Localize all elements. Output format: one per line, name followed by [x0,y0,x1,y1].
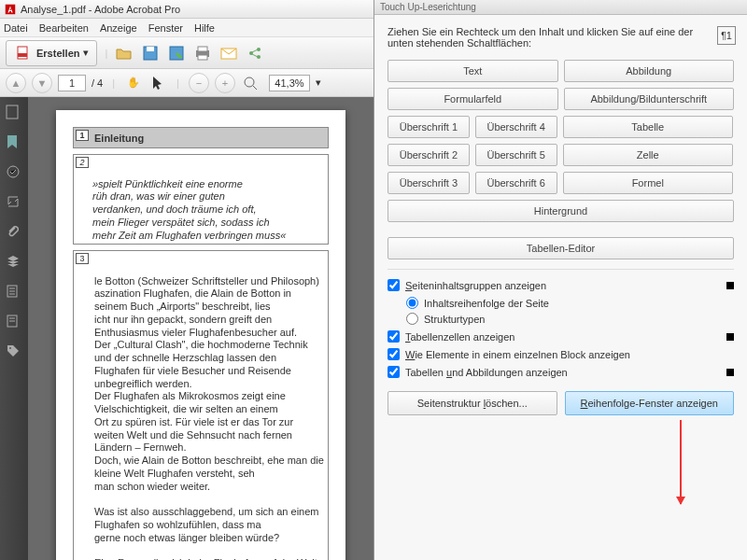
panel-instruction: Ziehen Sie ein Rechteck um den Inhalt un… [388,26,734,49]
reading-order-icon[interactable]: ¶1 [717,26,736,45]
document-viewport[interactable]: 1 Einleitung 2 »spielt Pünktlichkeit ein… [28,97,374,560]
btn-formfield[interactable]: Formularfeld [388,88,558,110]
checkbox[interactable] [388,330,400,343]
btn-figure-caption[interactable]: Abbildung/Bildunterschrift [564,88,735,110]
check-tables-figures[interactable]: Tabellen und Abbildungen anzeigenTabelle… [388,366,734,378]
zoom-in-button[interactable]: + [215,73,235,93]
tag-region-2[interactable]: 2 »spielt Pünktlichkeit eine enorme rüh … [73,154,329,245]
share-icon[interactable] [246,44,264,63]
pdf-icon [14,44,33,63]
btn-h5[interactable]: Überschrift 5 [475,144,557,166]
tag-number: 2 [76,157,89,168]
zoom-level[interactable]: 41,3% [269,75,310,91]
acrobat-logo-icon [4,3,17,16]
tag-number: 1 [76,130,89,141]
toolbar-nav: ▲ ▼ / 4 | ✋ | − + 41,3%▾ [0,69,374,97]
menu-file[interactable]: Datei [4,22,28,34]
check-single-block[interactable]: Wie Elemente in einem einzelnen Block an… [388,348,734,360]
svg-rect-7 [198,55,207,60]
checkbox[interactable] [388,279,400,291]
svg-rect-3 [147,47,154,51]
tag-region-3[interactable]: 3 le Botton (Schweizer Schriftsteller un… [73,250,329,560]
svg-point-17 [9,347,11,349]
btn-h1[interactable]: Überschrift 1 [388,116,470,138]
btn-text[interactable]: Text [388,60,558,82]
open-icon[interactable] [115,44,134,63]
btn-h6[interactable]: Überschrift 6 [475,172,557,194]
signatures-icon[interactable] [6,164,22,181]
btn-cell[interactable]: Zelle [563,144,734,166]
page-number-input[interactable] [58,75,86,91]
attachments-icon[interactable] [6,224,22,241]
btn-figure[interactable]: Abbildung [564,60,735,82]
radio[interactable] [406,297,418,309]
window-title: Analyse_1.pdf - Adobe Acrobat Pro [21,4,180,15]
menu-window[interactable]: Fenster [148,22,183,34]
panel-title: Touch Up-Leserichtung [374,0,747,15]
tag-number: 3 [76,253,89,264]
zoom-out-button[interactable]: − [189,73,209,93]
print-icon[interactable] [193,44,212,63]
page-up-button[interactable]: ▲ [6,73,26,93]
thumbnails-icon[interactable] [6,105,22,121]
page-total: / 4 [92,77,103,89]
color-swatch[interactable] [726,282,734,289]
menu-edit[interactable]: Bearbeiten [39,22,89,34]
color-swatch[interactable] [726,369,734,376]
chevron-down-icon: ▾ [83,47,89,59]
articles-icon[interactable] [6,284,22,301]
pdf-page: 1 Einleitung 2 »spielt Pünktlichkeit ein… [56,110,345,560]
btn-formula[interactable]: Formel [563,172,734,194]
btn-background[interactable]: Hintergrund [388,200,734,222]
layers-icon[interactable] [6,254,22,271]
menu-help[interactable]: Hilfe [194,22,215,34]
check-table-cells[interactable]: Tabellenzellen anzeigenTabellenzellen an… [388,330,734,343]
annotation-arrow [680,420,682,504]
page-down-button[interactable]: ▼ [32,73,52,93]
checkbox[interactable] [388,366,400,378]
hand-tool-icon[interactable]: ✋ [124,74,143,92]
heading-text: Einleitung [94,133,144,144]
menu-view[interactable]: Anzeige [100,22,137,34]
save-icon[interactable] [141,44,160,63]
check-content-groups[interactable]: SSeiteninhaltsgruppen anzeigeneiteninhal… [388,279,734,291]
acrobat-window: Analyse_1.pdf - Adobe Acrobat Pro Datei … [0,0,374,560]
side-panel [0,97,28,560]
toolbar-main: Erstellen ▾ | [0,37,374,69]
title-bar: Analyse_1.pdf - Adobe Acrobat Pro [0,0,374,19]
content-area: 1 Einleitung 2 »spielt Pünktlichkeit ein… [0,97,374,560]
bookmarks-icon[interactable] [6,134,22,151]
color-swatch[interactable] [726,333,734,341]
btn-h4[interactable]: Überschrift 4 [475,116,557,138]
btn-clear-structure[interactable]: Seitenstruktur löschen...Seitenstruktur … [388,391,557,415]
btn-h2[interactable]: Überschrift 2 [388,144,470,166]
reflow-icon[interactable] [6,194,22,211]
tag-region-1[interactable]: 1 Einleitung [73,127,329,148]
svg-rect-13 [7,105,18,119]
tag-button-grid: Text Abbildung Formularfeld Abbildung/Bi… [388,60,734,222]
svg-rect-6 [198,47,207,51]
radio-content-order[interactable]: Inhaltsreihenfolge der Seite [406,297,734,309]
btn-table-editor[interactable]: Tabellen-Editor [388,237,734,259]
content-panel-icon[interactable] [6,314,22,330]
menu-bar: Datei Bearbeiten Anzeige Fenster Hilfe [0,19,374,37]
btn-h3[interactable]: Überschrift 3 [388,172,470,194]
btn-table[interactable]: Tabelle [563,116,734,138]
touchup-reading-order-panel: Touch Up-Leserichtung ¶1 Ziehen Sie ein … [374,0,747,560]
btn-show-order-window[interactable]: Reihenfolge-Fenster anzeigenReihenfolge-… [565,391,735,415]
create-button[interactable]: Erstellen ▾ [6,40,97,66]
radio-structure-types[interactable]: Strukturtypen [406,313,734,325]
select-tool-icon[interactable] [148,74,167,92]
checkbox[interactable] [388,348,400,360]
marquee-zoom-icon[interactable] [241,74,260,92]
radio[interactable] [406,313,418,325]
tags-icon[interactable] [6,343,22,360]
mail-icon[interactable] [219,44,238,63]
svg-point-12 [245,77,254,87]
save-as-icon[interactable] [167,44,186,63]
svg-rect-1 [18,53,27,57]
svg-rect-0 [18,47,27,59]
